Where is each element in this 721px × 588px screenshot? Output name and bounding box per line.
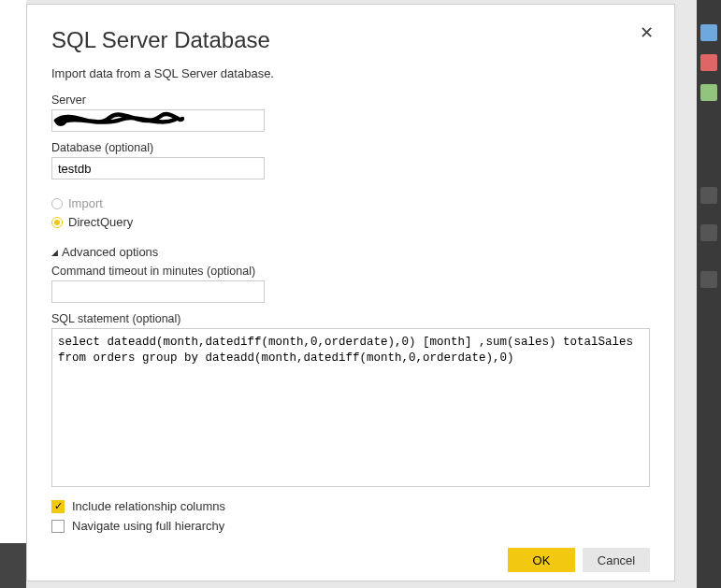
- sql-label: SQL statement (optional): [51, 312, 650, 325]
- panel-icon: [700, 271, 717, 288]
- server-input[interactable]: [51, 109, 265, 132]
- timeout-field-group: Command timeout in minutes (optional): [51, 265, 650, 303]
- database-field-group: Database (optional): [51, 141, 650, 179]
- panel-icon: [700, 84, 717, 101]
- panel-icon: [700, 187, 717, 204]
- checkbox-unchecked-icon: [51, 520, 65, 533]
- caret-down-icon: ◢: [51, 248, 58, 257]
- radio-import-icon: [51, 198, 63, 209]
- radio-import[interactable]: Import: [51, 196, 650, 210]
- background-left: [0, 0, 26, 588]
- panel-icon: [700, 224, 717, 241]
- close-button[interactable]: ✕: [639, 25, 654, 40]
- panel-icon: [700, 24, 717, 41]
- ok-button[interactable]: OK: [508, 548, 575, 572]
- server-field-group: Server: [51, 93, 650, 132]
- radio-directquery-icon: [51, 217, 63, 228]
- database-label: Database (optional): [51, 141, 650, 154]
- connection-mode-group: Import DirectQuery: [51, 196, 650, 234]
- right-panel-blur: [697, 0, 721, 588]
- panel-icon: [700, 54, 717, 71]
- advanced-options-toggle[interactable]: ◢ Advanced options: [51, 245, 650, 259]
- dialog-footer: OK Cancel: [51, 533, 650, 572]
- server-label: Server: [51, 93, 650, 107]
- background-shadow: [0, 543, 26, 588]
- include-relationship-checkbox-row[interactable]: ✓ Include relationship columns: [51, 499, 650, 513]
- radio-directquery[interactable]: DirectQuery: [51, 215, 650, 229]
- full-hierarchy-checkbox-row[interactable]: Navigate using full hierarchy: [51, 519, 650, 533]
- close-icon: ✕: [640, 23, 654, 42]
- timeout-input[interactable]: [51, 280, 265, 303]
- radio-directquery-label: DirectQuery: [68, 215, 133, 229]
- checkbox-checked-icon: ✓: [51, 500, 65, 513]
- timeout-label: Command timeout in minutes (optional): [51, 265, 650, 278]
- database-input[interactable]: [51, 157, 265, 179]
- include-relationship-label: Include relationship columns: [72, 499, 225, 513]
- radio-import-label: Import: [68, 196, 103, 210]
- cancel-button[interactable]: Cancel: [583, 548, 650, 572]
- dialog-subtitle: Import data from a SQL Server database.: [51, 66, 650, 80]
- dialog-title: SQL Server Database: [51, 27, 650, 53]
- sql-field-group: SQL statement (optional): [51, 312, 650, 490]
- full-hierarchy-label: Navigate using full hierarchy: [72, 519, 224, 533]
- sql-server-dialog: ✕ SQL Server Database Import data from a…: [26, 4, 675, 581]
- sql-textarea[interactable]: [51, 328, 650, 487]
- advanced-options-label: Advanced options: [62, 245, 158, 259]
